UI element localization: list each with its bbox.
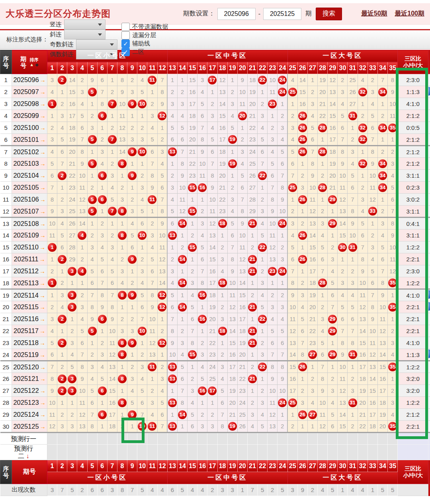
- grid-cell: 2: [57, 385, 67, 397]
- grid-cell: 8: [188, 337, 197, 349]
- period-number: 2025096: [13, 76, 39, 83]
- chevron-down-icon: [98, 24, 102, 26]
- grid-cell: 4: [47, 86, 57, 98]
- grid-cell: 2: [348, 134, 358, 146]
- drawn-ball: 11: [148, 422, 156, 431]
- miss-count: 5: [291, 149, 294, 155]
- trend-row: 152025110→162813431614111215514271122212…: [0, 241, 430, 253]
- recent-100-link[interactable]: 最近100期: [395, 10, 424, 17]
- miss-count: 1: [301, 376, 304, 382]
- 奇数斜连-select[interactable]: [76, 39, 117, 49]
- grid-cell: 2: [57, 337, 67, 349]
- sort-asc-icon[interactable]: ▲: [29, 62, 34, 67]
- 遗漏分层-checkbox[interactable]: [121, 31, 130, 39]
- grid-cell: 14: [177, 409, 187, 421]
- seq-cell: 8: [0, 158, 12, 170]
- grid-cell: 10: [388, 241, 398, 253]
- grid-cell: 13: [268, 421, 278, 433]
- grid-cell: 3: [147, 110, 157, 122]
- footer-number-header: 1: [47, 460, 57, 472]
- forecast-cell: [247, 445, 257, 460]
- grid-cell: 7: [57, 158, 67, 170]
- search-button[interactable]: 搜索: [316, 8, 342, 20]
- 斜连-select[interactable]: [64, 29, 106, 39]
- period-to-input[interactable]: [263, 8, 301, 20]
- period-number: 2025109: [13, 231, 39, 239]
- grid-cell: 8: [167, 325, 177, 337]
- miss-count: 12: [209, 220, 215, 227]
- grid-cell: 20: [217, 170, 227, 182]
- grid-cell: 4: [197, 86, 207, 98]
- miss-count: 13: [119, 136, 125, 143]
- miss-count: 13: [149, 351, 155, 358]
- sliver-cell: [428, 421, 430, 433]
- miss-count: 1: [150, 376, 154, 382]
- grid-cell: 3: [297, 289, 307, 301]
- miss-count: 14: [360, 328, 366, 334]
- grid-cell: 5: [157, 170, 167, 182]
- forecast-cell: [57, 445, 67, 460]
- grid-cell: 5: [358, 218, 367, 229]
- grid-cell: 4: [297, 301, 307, 313]
- grid-cell: 7: [147, 158, 157, 170]
- drawn-ball: 28: [318, 147, 327, 156]
- miss-count: 3: [101, 149, 104, 155]
- period-column-header: 期号排序▲ ◆: [12, 50, 47, 74]
- grid-cell: 3: [318, 313, 328, 325]
- grid-cell: 14: [207, 241, 217, 253]
- miss-count: 7: [281, 173, 284, 179]
- sliver-cell: [428, 337, 430, 349]
- grid-cell: 1: [297, 265, 307, 277]
- grid-cell: 13: [207, 229, 217, 241]
- miss-count: 4: [51, 149, 54, 155]
- drawn-ball: 35: [388, 124, 397, 132]
- grid-cell: 3: [338, 86, 348, 98]
- period-range-dash: -: [258, 10, 260, 18]
- miss-count: 4: [361, 208, 364, 214]
- miss-count: 14: [159, 280, 165, 286]
- miss-count: 2: [301, 220, 304, 227]
- grid-cell: 1: [117, 385, 127, 397]
- grid-cell: 8: [268, 194, 278, 206]
- grid-cell: 8: [157, 86, 167, 98]
- grid-cell: 31: [348, 110, 358, 122]
- grid-cell: 3: [127, 86, 137, 98]
- miss-count: 2: [61, 280, 64, 286]
- 不带遗漏数据-checkbox[interactable]: [121, 23, 130, 31]
- grid-cell: 22: [258, 170, 268, 182]
- period-arrow-icon: →: [39, 304, 45, 310]
- drawn-ball: 13: [168, 422, 177, 431]
- miss-count: 5: [141, 388, 144, 394]
- miss-count: 2: [331, 244, 334, 251]
- miss-count: 8: [80, 364, 84, 370]
- miss-count: 1: [201, 304, 204, 310]
- miss-count: 11: [360, 292, 366, 298]
- number-column-header: 9: [127, 62, 137, 74]
- miss-count: 2: [191, 376, 194, 382]
- grid-cell: 13: [147, 349, 157, 361]
- grid-cell: 17: [227, 361, 237, 373]
- miss-count: 1: [291, 101, 294, 107]
- trend-row: 22025097→4115357293518221641132101911124…: [0, 86, 430, 98]
- sort-desc-icon[interactable]: ◆: [35, 62, 38, 67]
- grid-cell: 3: [328, 385, 338, 397]
- seq-cell: 11: [0, 194, 12, 206]
- 竖连-select[interactable]: [64, 20, 106, 29]
- grid-cell: 16: [197, 289, 207, 301]
- recent-50-link[interactable]: 最近50期: [361, 10, 387, 17]
- number-column-header: 13: [167, 62, 177, 74]
- miss-count: 7: [160, 423, 164, 429]
- miss-count: 4: [141, 196, 144, 203]
- miss-count: 8: [311, 161, 314, 167]
- grid-cell: 26: [237, 421, 247, 433]
- grid-cell: 2: [388, 385, 398, 397]
- period-from-input[interactable]: [217, 8, 256, 20]
- grid-cell: 3: [268, 134, 278, 146]
- 辅助线-checkbox[interactable]: ✓: [121, 39, 130, 48]
- number-column-header: 35: [388, 62, 398, 74]
- grid-cell: 3: [127, 134, 137, 146]
- grid-cell: 4: [77, 98, 87, 110]
- grid-cell: 7: [377, 74, 387, 86]
- miss-count: 1: [231, 77, 234, 83]
- grid-cell: 2: [57, 313, 67, 325]
